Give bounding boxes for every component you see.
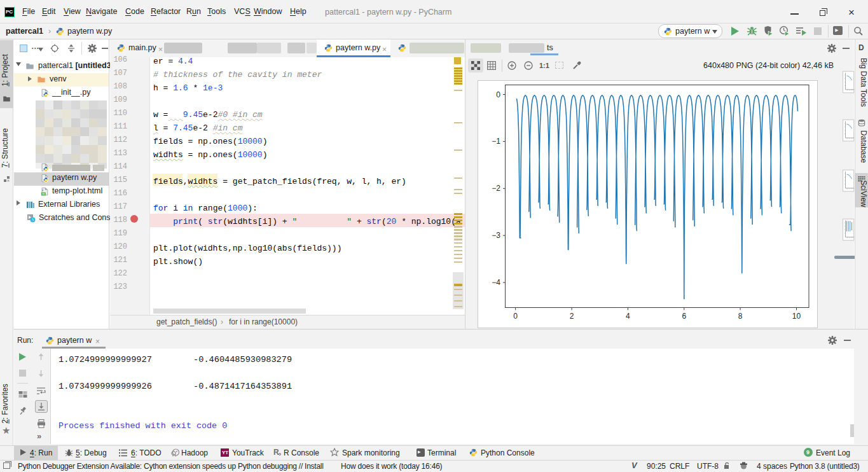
svg-text:4: 4: [626, 312, 630, 321]
svg-text:−2: −2: [492, 184, 500, 193]
svg-text:H: H: [43, 193, 45, 196]
svg-text:0: 0: [496, 90, 500, 99]
svg-text:−3: −3: [492, 231, 500, 240]
svg-text:−4: −4: [492, 278, 500, 287]
svg-text:−1: −1: [492, 137, 500, 146]
svg-text:2: 2: [570, 312, 574, 321]
svg-text:0: 0: [513, 312, 518, 321]
svg-text:6: 6: [682, 312, 686, 321]
svg-text:8: 8: [738, 312, 743, 321]
svg-text:10: 10: [792, 312, 801, 321]
